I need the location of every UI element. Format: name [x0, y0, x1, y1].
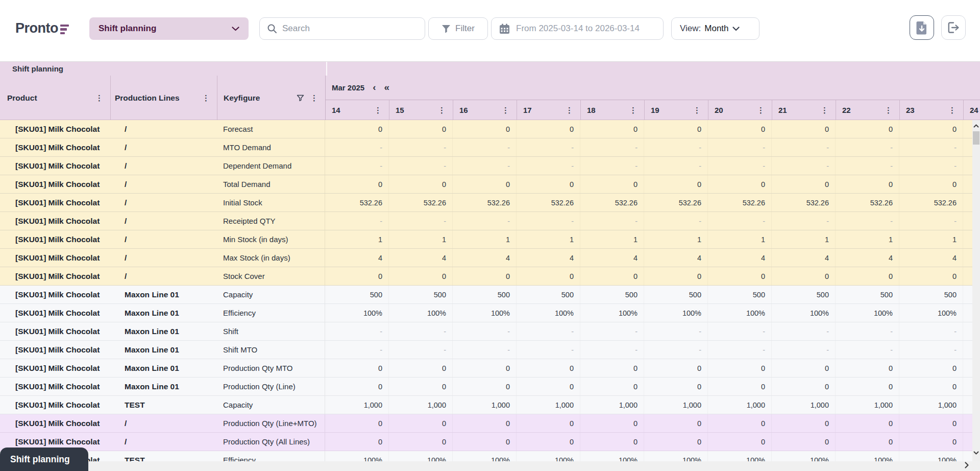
value-cell[interactable]: 1: [836, 230, 899, 248]
vertical-scrollbar[interactable]: [972, 120, 980, 461]
value-cell[interactable]: -: [708, 322, 772, 340]
value-cell[interactable]: -: [899, 341, 963, 359]
keyfigure-cell[interactable]: Forecast: [217, 120, 325, 138]
value-cell[interactable]: 0: [899, 359, 963, 377]
value-cell[interactable]: -: [644, 212, 708, 230]
keyfigure-cell[interactable]: Min Stock (in days): [217, 230, 325, 248]
production-line-cell[interactable]: Maxon Line 01: [110, 322, 217, 340]
value-cell[interactable]: -: [644, 341, 708, 359]
value-cell[interactable]: 100%: [517, 451, 580, 461]
value-cell[interactable]: 1: [389, 230, 453, 248]
value-cell[interactable]: 0: [708, 433, 772, 451]
value-cell[interactable]: -: [453, 138, 517, 156]
value-cell[interactable]: -: [899, 157, 963, 175]
production-line-cell[interactable]: Maxon Line 01: [110, 304, 217, 322]
day-column-header[interactable]: 15⋮: [389, 100, 453, 120]
value-cell[interactable]: 1,000: [899, 396, 963, 414]
value-cell[interactable]: 0: [772, 414, 836, 432]
production-line-cell[interactable]: Maxon Line 01: [110, 341, 217, 359]
keyfigure-cell[interactable]: Receipted QTY: [217, 212, 325, 230]
value-cell[interactable]: 4: [708, 249, 772, 267]
day-column-header[interactable]: 24⋮: [964, 100, 980, 120]
value-cell[interactable]: 1: [580, 230, 644, 248]
value-cell[interactable]: -: [325, 157, 389, 175]
value-cell[interactable]: 0: [644, 175, 708, 193]
production-line-cell[interactable]: /: [110, 433, 217, 451]
search-input[interactable]: [282, 23, 418, 34]
value-cell[interactable]: 500: [325, 286, 389, 303]
value-cell[interactable]: 500: [644, 286, 708, 303]
keyfigure-cell[interactable]: Efficiency: [217, 304, 325, 322]
value-cell[interactable]: 100%: [772, 304, 836, 322]
value-cell[interactable]: 1,000: [517, 396, 580, 414]
production-line-cell[interactable]: Maxon Line 01: [110, 286, 217, 303]
product-cell[interactable]: [SKU01] Milk Chocolat: [0, 396, 110, 414]
value-cell[interactable]: 0: [580, 433, 644, 451]
keyfigure-cell[interactable]: Total Demand: [217, 175, 325, 193]
value-cell[interactable]: 0: [836, 120, 899, 138]
keyfigure-cell[interactable]: Max Stock (in days): [217, 249, 325, 267]
kebab-menu-icon[interactable]: ⋮: [757, 106, 765, 114]
value-cell[interactable]: 0: [389, 175, 453, 193]
value-cell[interactable]: 0: [389, 267, 453, 285]
day-column-header[interactable]: 19⋮: [645, 100, 708, 120]
value-cell[interactable]: 0: [772, 433, 836, 451]
value-cell[interactable]: 0: [580, 359, 644, 377]
keyfigure-cell[interactable]: Stock Cover: [217, 267, 325, 285]
product-cell[interactable]: [SKU01] Milk Chocolat: [0, 378, 110, 395]
value-cell[interactable]: -: [453, 322, 517, 340]
value-cell[interactable]: -: [836, 212, 899, 230]
value-cell[interactable]: 0: [772, 378, 836, 395]
value-cell[interactable]: 100%: [899, 304, 963, 322]
horizontal-scrollbar[interactable]: [0, 461, 980, 471]
value-cell[interactable]: 100%: [580, 304, 644, 322]
value-cell[interactable]: -: [517, 138, 580, 156]
value-cell[interactable]: -: [836, 157, 899, 175]
value-cell[interactable]: -: [580, 138, 644, 156]
date-range-picker[interactable]: From 2025-03-14 to 2026-03-14: [491, 17, 664, 40]
keyfigure-cell[interactable]: Production Qty MTO: [217, 359, 325, 377]
value-cell[interactable]: 0: [517, 359, 580, 377]
value-cell[interactable]: 0: [517, 267, 580, 285]
value-cell[interactable]: 500: [772, 286, 836, 303]
production-line-cell[interactable]: /: [110, 120, 217, 138]
value-cell[interactable]: 1,000: [389, 396, 453, 414]
value-cell[interactable]: -: [453, 212, 517, 230]
value-cell[interactable]: 0: [325, 267, 389, 285]
value-cell[interactable]: 0: [772, 267, 836, 285]
keyfigure-cell[interactable]: Production Qty (Line): [217, 378, 325, 395]
value-cell[interactable]: 100%: [453, 304, 517, 322]
value-cell[interactable]: 0: [836, 359, 899, 377]
value-cell[interactable]: 0: [580, 267, 644, 285]
value-cell[interactable]: 0: [644, 414, 708, 432]
keyfigure-cell[interactable]: Capacity: [217, 286, 325, 303]
production-line-cell[interactable]: /: [110, 230, 217, 248]
value-cell[interactable]: 500: [708, 286, 772, 303]
value-cell[interactable]: 532.26: [580, 194, 644, 211]
value-cell[interactable]: 0: [644, 120, 708, 138]
value-cell[interactable]: 0: [708, 414, 772, 432]
product-cell[interactable]: [SKU01] Milk Chocolat: [0, 175, 110, 193]
value-cell[interactable]: 1,000: [708, 396, 772, 414]
value-cell[interactable]: 100%: [708, 451, 772, 461]
product-cell[interactable]: [SKU01] Milk Chocolat: [0, 194, 110, 211]
production-line-cell[interactable]: /: [110, 267, 217, 285]
value-cell[interactable]: 100%: [453, 451, 517, 461]
production-line-cell[interactable]: /: [110, 194, 217, 211]
production-line-cell[interactable]: /: [110, 249, 217, 267]
value-cell[interactable]: 100%: [644, 451, 708, 461]
value-cell[interactable]: 500: [517, 286, 580, 303]
value-cell[interactable]: 0: [453, 175, 517, 193]
value-cell[interactable]: -: [389, 157, 453, 175]
production-line-cell[interactable]: /: [110, 157, 217, 175]
value-cell[interactable]: -: [644, 138, 708, 156]
production-line-cell[interactable]: /: [110, 212, 217, 230]
value-cell[interactable]: 100%: [644, 304, 708, 322]
value-cell[interactable]: 0: [644, 359, 708, 377]
keyfigure-cell[interactable]: Dependent Demand: [217, 157, 325, 175]
product-cell[interactable]: [SKU01] Milk Chocolat: [0, 212, 110, 230]
value-cell[interactable]: 100%: [836, 304, 899, 322]
value-cell[interactable]: 532.26: [899, 194, 963, 211]
kebab-menu-icon[interactable]: ⋮: [693, 106, 701, 114]
value-cell[interactable]: 0: [325, 175, 389, 193]
